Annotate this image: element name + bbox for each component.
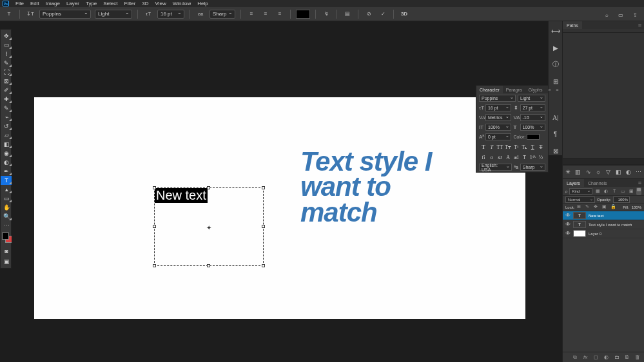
font-family-select[interactable]: Poppins [39,10,91,19]
new-layer-icon[interactable]: 🗎 [625,354,631,361]
ordinals-button[interactable]: A [505,154,511,160]
character-dock-icon[interactable]: A| [551,113,560,122]
path-select-tool-icon[interactable]: ▴ [1,185,12,194]
menu-image[interactable]: Image [46,1,60,6]
exposure-icon[interactable]: ☼ [596,168,601,176]
transform-center-icon[interactable]: ✦ [206,224,211,231]
allcaps-button[interactable]: TT [496,144,503,150]
handle-bot-right[interactable] [262,264,265,267]
tab-glyphs[interactable]: Glyphs [525,86,546,93]
marquee-tool-icon[interactable]: ▭ [1,41,12,50]
filter-adjustment-icon[interactable]: ◐ [603,188,609,195]
menu-file[interactable]: File [15,1,24,6]
char-size[interactable]: 16 pt [485,104,511,111]
align-right-icon[interactable]: ≡ [275,9,285,19]
antialias-select[interactable]: Sharp [210,10,235,19]
handle-mid-right[interactable] [262,225,265,228]
ruler-icon[interactable]: ⟷ [551,26,560,35]
warp-text-icon[interactable]: ↯ [321,9,331,19]
tab-channels[interactable]: Channels [584,179,611,187]
quickmask-icon[interactable]: ◙ [1,247,12,256]
layer-filter-kind[interactable]: Kind [569,188,592,195]
panel-menu-icon[interactable]: ≡ [553,88,561,92]
blend-mode-select[interactable]: Normal [565,196,595,203]
bw-icon[interactable]: ◐ [626,168,631,176]
panel-menu-icon[interactable]: ≡ [636,180,644,186]
fill-input[interactable]: 100% [632,205,641,209]
info-icon[interactable]: ⓘ [551,60,560,69]
bold-button[interactable]: T [480,144,487,150]
tab-paragraph[interactable]: Paragra [503,86,525,93]
new-adjustment-icon[interactable]: ◐ [604,354,610,361]
hue-icon[interactable]: ◧ [616,168,621,176]
workspace-icon[interactable]: ▭ [616,10,626,20]
char-font-style[interactable]: Light [518,95,545,102]
tab-character[interactable]: Character [476,86,503,93]
subscript-button[interactable]: T₁ [522,144,528,150]
shape-tool-icon[interactable]: ▭ [1,194,12,203]
panel-menu-icon[interactable]: ≡ [636,22,644,28]
slashed-zero-button[interactable]: ½ [538,154,544,160]
search-icon[interactable]: ⌕ [601,10,612,20]
char-kerning[interactable]: Metrics [485,114,511,121]
filter-smart-icon[interactable]: ▣ [628,188,634,195]
lock-transparent-icon[interactable]: ⊞ [577,204,583,210]
italic-button[interactable]: T [489,144,495,150]
brightness-icon[interactable]: ☀ [565,168,571,176]
lock-pixel-icon[interactable]: ✎ [585,204,591,210]
layer-fx-icon[interactable]: fx [583,354,590,361]
fractions-button[interactable]: ad [513,154,520,160]
char-hscale[interactable]: 100% [520,124,546,131]
frame-tool-icon[interactable]: ⊠ [1,77,12,86]
text-color-swatch[interactable] [296,10,310,19]
char-aa[interactable]: Sharp [520,164,545,171]
new-text-content[interactable]: New text [155,188,208,203]
contextual-button[interactable]: σ [489,154,495,160]
more-icon[interactable]: ⋯ [636,168,641,176]
layer-row[interactable]: 👁 T New text [563,211,644,220]
character-panel-icon[interactable]: ▤ [342,9,353,19]
layer-name[interactable]: Text style I want to match [589,223,632,227]
lock-artboard-icon[interactable]: ▣ [602,204,608,210]
handle-bot-left[interactable] [153,264,156,267]
char-leading[interactable]: 27 pt [520,104,546,111]
opacity-input[interactable]: 100% [613,196,630,203]
color-swatches[interactable] [1,233,11,245]
char-vscale[interactable]: 100% [485,124,511,131]
filter-pixel-icon[interactable]: ▦ [594,188,601,195]
commit-icon[interactable]: ✓ [378,9,388,19]
menu-view[interactable]: View [155,1,166,6]
new-group-icon[interactable]: 🗀 [614,354,621,361]
text-bounding-box[interactable]: New text ✦ [154,187,264,266]
vibrance-icon[interactable]: ▽ [605,168,610,176]
menu-window[interactable]: Window [173,1,191,6]
font-size-select[interactable]: 16 pt [157,10,184,19]
superscript-button[interactable]: T¹ [513,144,520,150]
align-center-icon[interactable]: ≡ [260,9,271,19]
handle-mid-left[interactable] [153,225,156,228]
handle-top-left[interactable] [153,186,156,189]
tab-layers[interactable]: Layers [563,179,584,187]
paragraph-dock-icon[interactable]: ¶ [551,129,560,138]
tab-paths[interactable]: Paths [563,21,582,29]
healing-tool-icon[interactable]: ✚ [1,95,12,104]
quick-select-tool-icon[interactable]: ✎ [1,59,12,68]
filter-shape-icon[interactable]: ▭ [620,188,626,195]
underline-button[interactable]: T [529,144,536,150]
filter-type-icon[interactable]: T [611,188,618,195]
stylistic-button[interactable]: T [522,154,528,160]
document-canvas[interactable]: Text style I want to match New text ✦ [34,97,525,319]
delete-layer-icon[interactable]: 🗑 [635,354,641,361]
share-icon[interactable]: ⇪ [630,10,640,20]
properties-icon[interactable]: ⊞ [551,77,560,86]
canvas-area[interactable]: Text style I want to match New text ✦ [12,21,548,362]
font-style-select[interactable]: Light [95,10,132,19]
char-font-family[interactable]: Poppins [479,95,516,102]
pen-tool-icon[interactable]: ✒ [1,167,12,176]
gradient-tool-icon[interactable]: ◧ [1,140,12,149]
visibility-icon[interactable]: 👁 [565,222,571,227]
menu-3d[interactable]: 3D [142,1,148,6]
levels-icon[interactable]: ▥ [575,168,581,176]
visibility-icon[interactable]: 👁 [565,213,571,218]
menu-filter[interactable]: Filter [124,1,136,6]
